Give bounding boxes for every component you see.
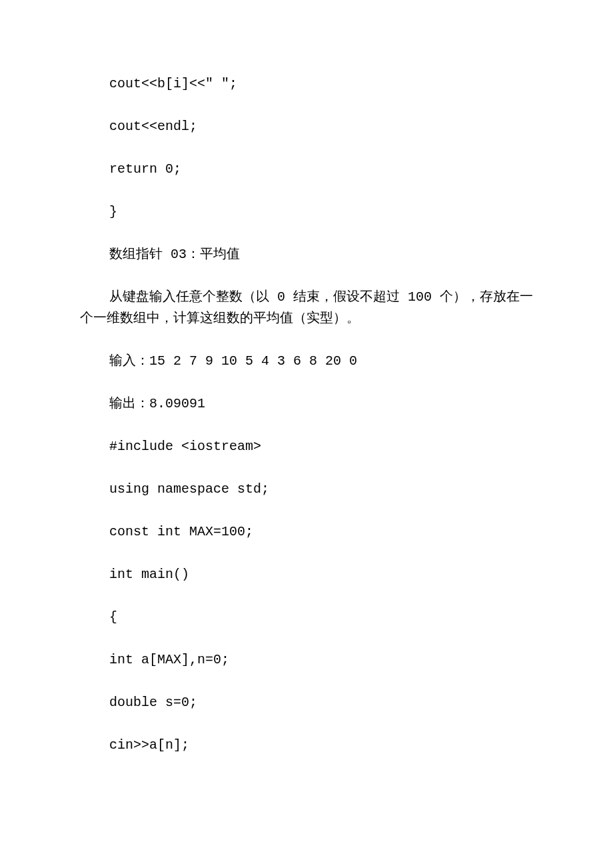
code-line: cout<<endl;: [80, 116, 533, 137]
code-line: cin>>a[n];: [80, 735, 533, 756]
text-line: 输出：8.09091: [80, 393, 533, 415]
code-line: cout<<b[i]<<" ";: [80, 73, 533, 95]
code-line: double s=0;: [80, 692, 533, 713]
code-line: #include <iostream>: [80, 436, 533, 457]
code-line: }: [80, 201, 533, 223]
paragraph: 从键盘输入任意个整数（以 0 结束，假设不超过 100 个），存放在一个一维数组…: [80, 287, 533, 329]
code-line: const int MAX=100;: [80, 521, 533, 543]
text-line: 输入：15 2 7 9 10 5 4 3 6 8 20 0: [80, 351, 533, 372]
code-line: return 0;: [80, 159, 533, 180]
document-page: cout<<b[i]<<" "; cout<<endl; return 0; }…: [0, 0, 613, 868]
code-line: int main(): [80, 564, 533, 585]
code-line: {: [80, 607, 533, 628]
code-line: using namespace std;: [80, 479, 533, 500]
code-line: int a[MAX],n=0;: [80, 649, 533, 671]
section-heading: 数组指针 03：平均值: [80, 244, 533, 265]
